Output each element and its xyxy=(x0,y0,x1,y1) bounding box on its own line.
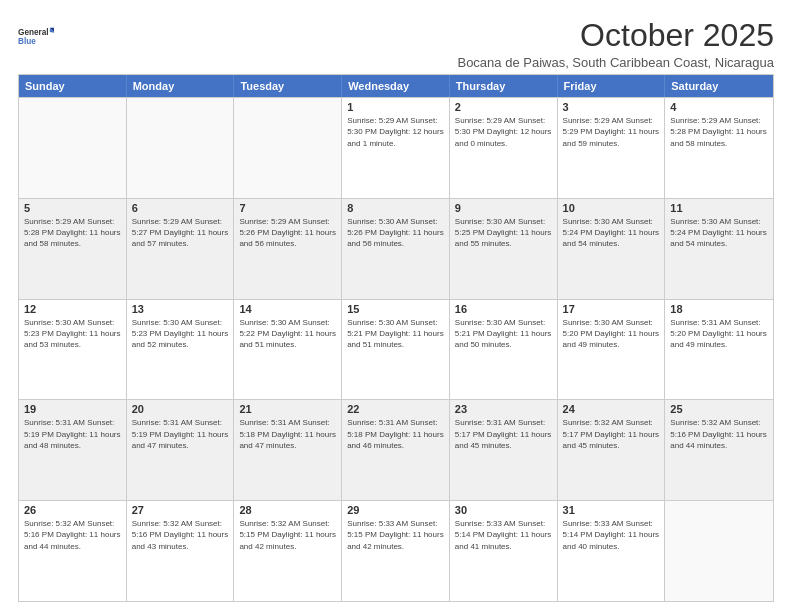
day-info: Sunrise: 5:33 AM Sunset: 5:14 PM Dayligh… xyxy=(455,518,552,552)
day-number: 28 xyxy=(239,504,336,516)
day-headers: SundayMondayTuesdayWednesdayThursdayFrid… xyxy=(19,75,773,97)
day-info: Sunrise: 5:29 AM Sunset: 5:28 PM Dayligh… xyxy=(24,216,121,250)
day-cell-17: 17Sunrise: 5:30 AM Sunset: 5:20 PM Dayli… xyxy=(558,300,666,400)
day-info: Sunrise: 5:30 AM Sunset: 5:22 PM Dayligh… xyxy=(239,317,336,351)
day-info: Sunrise: 5:29 AM Sunset: 5:27 PM Dayligh… xyxy=(132,216,229,250)
day-cell-21: 21Sunrise: 5:31 AM Sunset: 5:18 PM Dayli… xyxy=(234,400,342,500)
day-number: 13 xyxy=(132,303,229,315)
day-info: Sunrise: 5:30 AM Sunset: 5:23 PM Dayligh… xyxy=(132,317,229,351)
day-number: 5 xyxy=(24,202,121,214)
day-number: 3 xyxy=(563,101,660,113)
day-header-saturday: Saturday xyxy=(665,75,773,97)
day-header-friday: Friday xyxy=(558,75,666,97)
header: General Blue October 2025 Bocana de Paiw… xyxy=(18,18,774,70)
day-cell-2: 2Sunrise: 5:29 AM Sunset: 5:30 PM Daylig… xyxy=(450,98,558,198)
day-cell-20: 20Sunrise: 5:31 AM Sunset: 5:19 PM Dayli… xyxy=(127,400,235,500)
day-info: Sunrise: 5:29 AM Sunset: 5:30 PM Dayligh… xyxy=(455,115,552,149)
calendar-body: 1Sunrise: 5:29 AM Sunset: 5:30 PM Daylig… xyxy=(19,97,773,601)
day-number: 27 xyxy=(132,504,229,516)
day-info: Sunrise: 5:31 AM Sunset: 5:19 PM Dayligh… xyxy=(132,417,229,451)
day-number: 30 xyxy=(455,504,552,516)
day-info: Sunrise: 5:30 AM Sunset: 5:23 PM Dayligh… xyxy=(24,317,121,351)
day-info: Sunrise: 5:30 AM Sunset: 5:25 PM Dayligh… xyxy=(455,216,552,250)
day-number: 4 xyxy=(670,101,768,113)
week-row-3: 12Sunrise: 5:30 AM Sunset: 5:23 PM Dayli… xyxy=(19,299,773,400)
day-header-sunday: Sunday xyxy=(19,75,127,97)
day-info: Sunrise: 5:32 AM Sunset: 5:15 PM Dayligh… xyxy=(239,518,336,552)
week-row-5: 26Sunrise: 5:32 AM Sunset: 5:16 PM Dayli… xyxy=(19,500,773,601)
day-cell-18: 18Sunrise: 5:31 AM Sunset: 5:20 PM Dayli… xyxy=(665,300,773,400)
day-cell-22: 22Sunrise: 5:31 AM Sunset: 5:18 PM Dayli… xyxy=(342,400,450,500)
day-number: 1 xyxy=(347,101,444,113)
day-info: Sunrise: 5:32 AM Sunset: 5:16 PM Dayligh… xyxy=(24,518,121,552)
title-block: October 2025 Bocana de Paiwas, South Car… xyxy=(457,18,774,70)
day-cell-12: 12Sunrise: 5:30 AM Sunset: 5:23 PM Dayli… xyxy=(19,300,127,400)
day-cell-11: 11Sunrise: 5:30 AM Sunset: 5:24 PM Dayli… xyxy=(665,199,773,299)
svg-text:Blue: Blue xyxy=(18,37,36,46)
day-info: Sunrise: 5:31 AM Sunset: 5:18 PM Dayligh… xyxy=(239,417,336,451)
empty-cell xyxy=(665,501,773,601)
day-number: 12 xyxy=(24,303,121,315)
day-info: Sunrise: 5:30 AM Sunset: 5:20 PM Dayligh… xyxy=(563,317,660,351)
day-info: Sunrise: 5:29 AM Sunset: 5:26 PM Dayligh… xyxy=(239,216,336,250)
day-number: 26 xyxy=(24,504,121,516)
day-number: 25 xyxy=(670,403,768,415)
logo: General Blue xyxy=(18,18,54,54)
day-number: 6 xyxy=(132,202,229,214)
day-number: 18 xyxy=(670,303,768,315)
day-cell-25: 25Sunrise: 5:32 AM Sunset: 5:16 PM Dayli… xyxy=(665,400,773,500)
day-cell-8: 8Sunrise: 5:30 AM Sunset: 5:26 PM Daylig… xyxy=(342,199,450,299)
day-info: Sunrise: 5:30 AM Sunset: 5:21 PM Dayligh… xyxy=(347,317,444,351)
day-info: Sunrise: 5:32 AM Sunset: 5:16 PM Dayligh… xyxy=(670,417,768,451)
day-cell-3: 3Sunrise: 5:29 AM Sunset: 5:29 PM Daylig… xyxy=(558,98,666,198)
day-number: 14 xyxy=(239,303,336,315)
day-header-tuesday: Tuesday xyxy=(234,75,342,97)
day-cell-28: 28Sunrise: 5:32 AM Sunset: 5:15 PM Dayli… xyxy=(234,501,342,601)
day-cell-29: 29Sunrise: 5:33 AM Sunset: 5:15 PM Dayli… xyxy=(342,501,450,601)
day-number: 11 xyxy=(670,202,768,214)
day-cell-23: 23Sunrise: 5:31 AM Sunset: 5:17 PM Dayli… xyxy=(450,400,558,500)
day-cell-6: 6Sunrise: 5:29 AM Sunset: 5:27 PM Daylig… xyxy=(127,199,235,299)
empty-cell xyxy=(127,98,235,198)
day-info: Sunrise: 5:30 AM Sunset: 5:26 PM Dayligh… xyxy=(347,216,444,250)
day-number: 10 xyxy=(563,202,660,214)
day-info: Sunrise: 5:29 AM Sunset: 5:29 PM Dayligh… xyxy=(563,115,660,149)
day-number: 17 xyxy=(563,303,660,315)
day-info: Sunrise: 5:29 AM Sunset: 5:28 PM Dayligh… xyxy=(670,115,768,149)
day-cell-19: 19Sunrise: 5:31 AM Sunset: 5:19 PM Dayli… xyxy=(19,400,127,500)
day-info: Sunrise: 5:29 AM Sunset: 5:30 PM Dayligh… xyxy=(347,115,444,149)
day-cell-14: 14Sunrise: 5:30 AM Sunset: 5:22 PM Dayli… xyxy=(234,300,342,400)
day-info: Sunrise: 5:31 AM Sunset: 5:18 PM Dayligh… xyxy=(347,417,444,451)
day-number: 7 xyxy=(239,202,336,214)
day-info: Sunrise: 5:33 AM Sunset: 5:14 PM Dayligh… xyxy=(563,518,660,552)
day-cell-30: 30Sunrise: 5:33 AM Sunset: 5:14 PM Dayli… xyxy=(450,501,558,601)
day-cell-7: 7Sunrise: 5:29 AM Sunset: 5:26 PM Daylig… xyxy=(234,199,342,299)
day-number: 16 xyxy=(455,303,552,315)
day-number: 19 xyxy=(24,403,121,415)
day-cell-9: 9Sunrise: 5:30 AM Sunset: 5:25 PM Daylig… xyxy=(450,199,558,299)
day-cell-16: 16Sunrise: 5:30 AM Sunset: 5:21 PM Dayli… xyxy=(450,300,558,400)
day-cell-10: 10Sunrise: 5:30 AM Sunset: 5:24 PM Dayli… xyxy=(558,199,666,299)
week-row-4: 19Sunrise: 5:31 AM Sunset: 5:19 PM Dayli… xyxy=(19,399,773,500)
day-number: 24 xyxy=(563,403,660,415)
day-cell-31: 31Sunrise: 5:33 AM Sunset: 5:14 PM Dayli… xyxy=(558,501,666,601)
day-header-thursday: Thursday xyxy=(450,75,558,97)
month-title: October 2025 xyxy=(457,18,774,53)
day-number: 2 xyxy=(455,101,552,113)
empty-cell xyxy=(19,98,127,198)
day-cell-4: 4Sunrise: 5:29 AM Sunset: 5:28 PM Daylig… xyxy=(665,98,773,198)
day-info: Sunrise: 5:31 AM Sunset: 5:20 PM Dayligh… xyxy=(670,317,768,351)
day-cell-5: 5Sunrise: 5:29 AM Sunset: 5:28 PM Daylig… xyxy=(19,199,127,299)
day-header-wednesday: Wednesday xyxy=(342,75,450,97)
day-cell-1: 1Sunrise: 5:29 AM Sunset: 5:30 PM Daylig… xyxy=(342,98,450,198)
empty-cell xyxy=(234,98,342,198)
day-cell-27: 27Sunrise: 5:32 AM Sunset: 5:16 PM Dayli… xyxy=(127,501,235,601)
day-number: 31 xyxy=(563,504,660,516)
day-number: 29 xyxy=(347,504,444,516)
day-number: 15 xyxy=(347,303,444,315)
day-number: 8 xyxy=(347,202,444,214)
subtitle: Bocana de Paiwas, South Caribbean Coast,… xyxy=(457,55,774,70)
day-number: 9 xyxy=(455,202,552,214)
day-number: 21 xyxy=(239,403,336,415)
day-info: Sunrise: 5:32 AM Sunset: 5:17 PM Dayligh… xyxy=(563,417,660,451)
